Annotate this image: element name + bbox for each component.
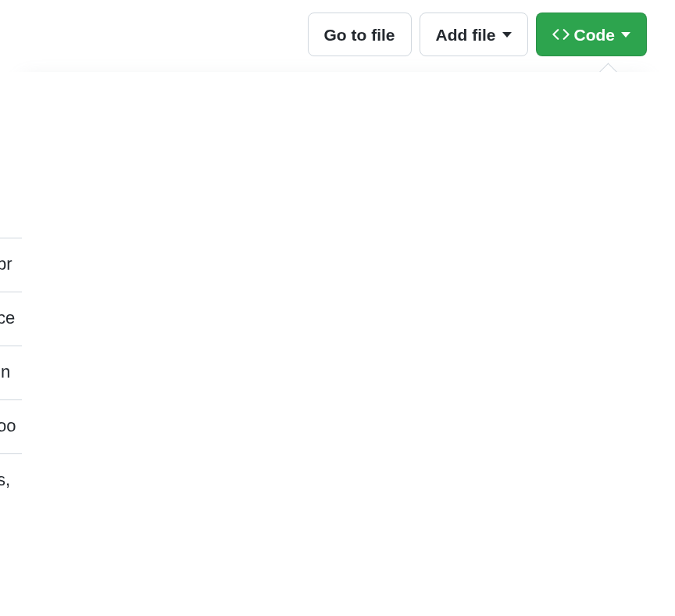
code-icon — [552, 26, 570, 43]
caret-down-icon — [502, 32, 512, 38]
go-to-file-button[interactable]: Go to file — [308, 13, 412, 56]
code-label: Code — [574, 27, 616, 43]
go-to-file-label: Go to file — [324, 27, 395, 43]
add-file-label: Add file — [436, 27, 496, 43]
code-button[interactable]: Code — [536, 13, 648, 56]
add-file-button[interactable]: Add file — [420, 13, 528, 56]
caret-down-icon — [621, 32, 630, 38]
